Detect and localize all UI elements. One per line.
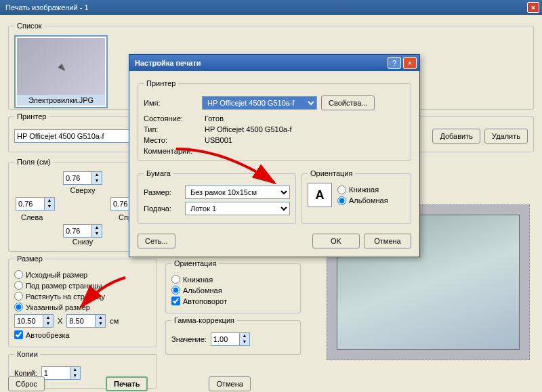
margin-left-label: Слева	[21, 213, 43, 221]
autorotate-label: Автоповорот	[183, 297, 227, 305]
add-button[interactable]: Добавить	[432, 129, 480, 144]
gamma-legend: Гамма-коррекция	[171, 316, 237, 324]
dialog-landscape-radio[interactable]	[337, 196, 346, 205]
spinner[interactable]: ▲▼	[43, 314, 54, 328]
dialog-type-value: HP Officejet 4500 G510a-f	[205, 125, 405, 133]
portrait-label: Книжная	[183, 276, 213, 284]
landscape-radio[interactable]	[171, 286, 180, 295]
print-button[interactable]: Печать	[106, 376, 148, 391]
print-setup-dialog: Настройка печати ? × Принтер Имя: HP Off…	[129, 54, 420, 257]
dialog-help-button[interactable]: ?	[388, 57, 401, 69]
network-button[interactable]: Сеть...	[138, 234, 175, 248]
main-titlebar: Печать изображений - 1 ×	[0, 0, 542, 15]
gamma-input[interactable]	[211, 332, 239, 346]
reset-button[interactable]: Сброс	[8, 376, 45, 391]
dialog-close-button[interactable]: ×	[403, 57, 417, 69]
dialog-comment-label: Комментарий:	[144, 147, 205, 155]
size-orig-radio[interactable]	[14, 270, 23, 279]
size-legend: Размер	[14, 255, 45, 263]
size-stretch-label: Растянуть на страницу	[26, 292, 105, 301]
dialog-place-label: Место:	[144, 136, 205, 144]
dialog-paper-fieldset: Бумага Размер:Без рамок 10x15см Подача:Л…	[138, 169, 296, 224]
thumbnail-image: 🔌	[17, 38, 105, 95]
copies-legend: Копии	[14, 350, 41, 358]
landscape-label: Альбомная	[183, 286, 222, 295]
cancel-button[interactable]: Отмена	[209, 376, 250, 391]
size-fieldset: Размер Исходный размер Под размер страни…	[8, 255, 157, 347]
window-close-button[interactable]: ×	[527, 2, 539, 13]
autocrop-checkbox[interactable]	[14, 330, 23, 339]
orientation-legend: Ориентация	[171, 259, 219, 267]
size-orig-label: Исходный размер	[26, 271, 87, 279]
spinner[interactable]: ▲▼	[95, 314, 106, 328]
dialog-place-value: USB001	[205, 136, 405, 144]
dialog-size-label: Размер:	[144, 188, 181, 196]
size-stretch-radio[interactable]	[14, 292, 23, 301]
dialog-ok-button[interactable]: OK	[312, 234, 360, 248]
size-custom-label: Указанный размер	[26, 303, 90, 311]
dialog-landscape-label: Альбомная	[349, 196, 388, 204]
size-w-input[interactable]	[14, 314, 43, 328]
delete-button[interactable]: Удалить	[484, 129, 528, 144]
spinner[interactable]: ▲▼	[239, 332, 250, 346]
dialog-printer-fieldset: Принтер Имя: HP Officejet 4500 G510a-f С…	[138, 79, 411, 161]
dialog-portrait-label: Книжная	[349, 186, 379, 194]
spinner[interactable]: ▲▼	[91, 171, 102, 185]
gamma-fieldset: Гамма-коррекция Значение: ▲▼	[165, 316, 301, 355]
size-fit-label: Под размер страницы	[26, 282, 102, 290]
printer-legend: Принтер	[14, 112, 49, 121]
dialog-title: Настройка печати	[132, 59, 388, 67]
margin-top-input[interactable]	[63, 171, 91, 185]
printer-name-input[interactable]	[14, 129, 129, 143]
margin-left-input[interactable]	[16, 197, 44, 211]
dialog-type-label: Тип:	[144, 125, 205, 133]
dialog-printer-select[interactable]: HP Officejet 4500 G510a-f	[202, 96, 317, 110]
size-x-label: X	[58, 317, 62, 325]
dialog-portrait-radio[interactable]	[337, 186, 346, 194]
size-fit-radio[interactable]	[14, 281, 23, 290]
spinner[interactable]: ▲▼	[91, 224, 102, 238]
dialog-paper-feed-select[interactable]: Лоток 1	[185, 202, 290, 215]
dialog-orient-legend: Ориентация	[308, 169, 355, 177]
dialog-cancel-button[interactable]: Отмена	[364, 234, 411, 248]
dialog-paper-legend: Бумага	[144, 169, 173, 177]
dialog-orient-fieldset: Ориентация A Книжная Альбомная	[301, 169, 411, 224]
dialog-paper-size-select[interactable]: Без рамок 10x15см	[185, 186, 290, 199]
size-h-input[interactable]	[66, 314, 95, 328]
margin-bottom-input[interactable]	[63, 224, 91, 238]
window-title: Печать изображений - 1	[3, 3, 527, 12]
thumbnail-label: Электровилки.JPG	[17, 95, 105, 106]
dialog-state-value: Готов	[205, 114, 405, 123]
portrait-radio[interactable]	[171, 275, 180, 284]
properties-button[interactable]: Свойства...	[321, 95, 375, 110]
size-custom-radio[interactable]	[14, 303, 23, 311]
gamma-label: Значение:	[171, 335, 207, 343]
dialog-feed-label: Подача:	[144, 204, 181, 213]
dialog-name-label: Имя:	[144, 99, 198, 107]
thumbnail[interactable]: 🔌 Электровилки.JPG	[14, 35, 108, 108]
margins-legend: Поля (см)	[14, 158, 54, 166]
autocrop-label: Автообрезка	[26, 331, 70, 339]
spinner[interactable]: ▲▼	[44, 197, 55, 211]
list-legend: Список	[14, 22, 45, 30]
dialog-printer-legend: Принтер	[144, 79, 178, 87]
orientation-icon: A	[308, 183, 332, 207]
dialog-state-label: Состояние:	[144, 114, 205, 123]
size-unit-label: см	[110, 317, 119, 325]
orientation-fieldset: Ориентация Книжная Альбомная Автоповорот	[165, 259, 301, 313]
autorotate-checkbox[interactable]	[171, 297, 180, 305]
dialog-titlebar: Настройка печати ? ×	[129, 55, 419, 71]
